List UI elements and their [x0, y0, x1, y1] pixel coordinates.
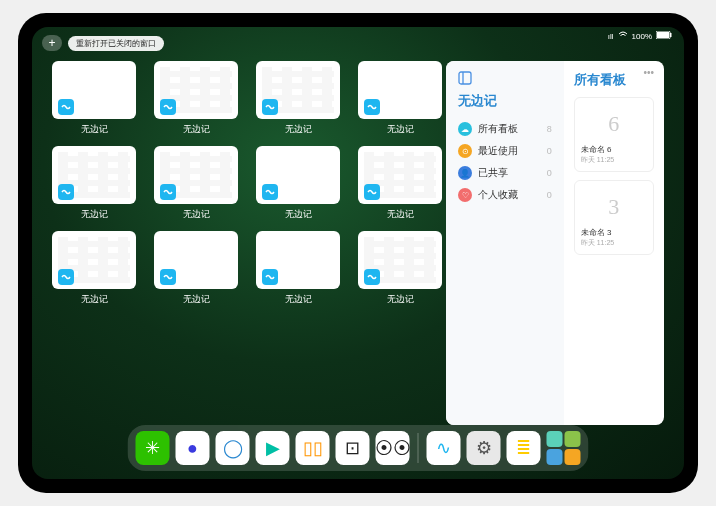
dock-app-library[interactable]	[547, 431, 581, 465]
freeform-panel-icon	[458, 71, 472, 88]
sidebar-item-label: 已共享	[478, 166, 508, 180]
freeform-app-icon	[262, 269, 278, 285]
window-thumb[interactable]: 无边记	[256, 231, 340, 306]
content-area: 无边记无边记无边记无边记无边记无边记无边记无边记无边记无边记无边记无边记 •••…	[52, 61, 664, 425]
sidebar-item-count: 0	[547, 146, 552, 156]
window-thumb[interactable]: 无边记	[52, 61, 136, 136]
window-label: 无边记	[154, 123, 238, 136]
window-thumb[interactable]: 无边记	[154, 146, 238, 221]
svg-rect-3	[459, 72, 471, 84]
window-label: 无边记	[52, 293, 136, 306]
window-thumb[interactable]: 无边记	[154, 61, 238, 136]
window-preview[interactable]	[154, 146, 238, 204]
screen: ıll 100% + 重新打开已关闭的窗口 无边记无边记无边记无边记无边记无边记…	[32, 27, 684, 479]
freeform-app-icon	[160, 184, 176, 200]
sidebar-item[interactable]: ♡个人收藏0	[458, 184, 552, 206]
sidebar-item-label: 最近使用	[478, 144, 518, 158]
window-thumb[interactable]: 无边记	[256, 146, 340, 221]
window-label: 无边记	[52, 123, 136, 136]
window-preview[interactable]	[358, 61, 442, 119]
panel-title-right: 所有看板	[574, 71, 654, 89]
freeform-app-icon	[58, 99, 74, 115]
wifi-icon	[618, 31, 628, 41]
window-preview[interactable]	[358, 146, 442, 204]
window-thumb[interactable]: 无边记	[52, 231, 136, 306]
board-date: 昨天 11:25	[581, 155, 647, 165]
window-thumb[interactable]: 无边记	[154, 231, 238, 306]
dock-app-quark[interactable]: ●	[176, 431, 210, 465]
dock-app-freeform[interactable]: ∿	[427, 431, 461, 465]
window-preview[interactable]	[52, 61, 136, 119]
freeform-app-icon	[364, 99, 380, 115]
window-label: 无边记	[52, 208, 136, 221]
panel-title-left: 无边记	[458, 92, 552, 110]
freeform-app-icon	[262, 184, 278, 200]
window-preview[interactable]	[52, 146, 136, 204]
battery-text: 100%	[632, 32, 652, 41]
dock-app-notes[interactable]: ≣	[507, 431, 541, 465]
window-label: 无边记	[358, 208, 442, 221]
app-panel[interactable]: ••• 无边记 ☁︎所有看板8⊙最近使用0👤已共享0♡个人收藏0 所有看板 6未…	[446, 61, 664, 425]
window-label: 无边记	[358, 293, 442, 306]
freeform-app-icon	[364, 269, 380, 285]
panel-right: 所有看板 6未命名 6昨天 11:253未命名 3昨天 11:25	[564, 61, 664, 425]
window-thumb[interactable]: 无边记	[358, 146, 442, 221]
dock-app-nodes[interactable]: ⦿⦿	[376, 431, 410, 465]
sidebar-item-icon: ♡	[458, 188, 472, 202]
board-name: 未命名 6	[581, 144, 647, 155]
sidebar-item-count: 0	[547, 168, 552, 178]
battery-icon	[656, 31, 672, 41]
sidebar-item[interactable]: ☁︎所有看板8	[458, 118, 552, 140]
board-preview: 6	[581, 104, 647, 144]
dock-app-youku[interactable]: ▶	[256, 431, 290, 465]
ipad-frame: ıll 100% + 重新打开已关闭的窗口 无边记无边记无边记无边记无边记无边记…	[18, 13, 698, 493]
svg-rect-1	[657, 32, 669, 38]
window-preview[interactable]	[154, 231, 238, 289]
sidebar-item-icon: ☁︎	[458, 122, 472, 136]
window-preview[interactable]	[358, 231, 442, 289]
window-thumb[interactable]: 无边记	[358, 61, 442, 136]
dock-app-books[interactable]: ▯▯	[296, 431, 330, 465]
window-label: 无边记	[256, 123, 340, 136]
window-preview[interactable]	[256, 146, 340, 204]
board-preview: 3	[581, 187, 647, 227]
dock: ✳︎●◯▶▯▯⊡⦿⦿∿⚙≣	[128, 425, 589, 471]
board-name: 未命名 3	[581, 227, 647, 238]
freeform-app-icon	[160, 269, 176, 285]
dock-app-dice[interactable]: ⊡	[336, 431, 370, 465]
sidebar-item-count: 0	[547, 190, 552, 200]
boards-list: 6未命名 6昨天 11:253未命名 3昨天 11:25	[574, 97, 654, 255]
window-label: 无边记	[256, 208, 340, 221]
window-preview[interactable]	[256, 61, 340, 119]
window-label: 无边记	[256, 293, 340, 306]
board-date: 昨天 11:25	[581, 238, 647, 248]
sidebar-item-icon: 👤	[458, 166, 472, 180]
window-thumb[interactable]: 无边记	[358, 231, 442, 306]
sidebar-item[interactable]: 👤已共享0	[458, 162, 552, 184]
window-preview[interactable]	[52, 231, 136, 289]
signal-icon: ıll	[608, 32, 614, 41]
sidebar-item-icon: ⊙	[458, 144, 472, 158]
window-label: 无边记	[154, 208, 238, 221]
status-bar: ıll 100%	[608, 31, 672, 41]
new-window-button[interactable]: +	[42, 35, 62, 51]
reopen-closed-button[interactable]: 重新打开已关闭的窗口	[68, 36, 164, 51]
dock-app-browser[interactable]: ◯	[216, 431, 250, 465]
dock-app-settings[interactable]: ⚙	[467, 431, 501, 465]
dock-app-wechat[interactable]: ✳︎	[136, 431, 170, 465]
freeform-app-icon	[262, 99, 278, 115]
window-preview[interactable]	[256, 231, 340, 289]
freeform-app-icon	[58, 269, 74, 285]
board-card[interactable]: 3未命名 3昨天 11:25	[574, 180, 654, 255]
top-buttons: + 重新打开已关闭的窗口	[42, 35, 164, 51]
window-thumb[interactable]: 无边记	[52, 146, 136, 221]
window-label: 无边记	[154, 293, 238, 306]
window-thumb[interactable]: 无边记	[256, 61, 340, 136]
window-preview[interactable]	[154, 61, 238, 119]
sidebar-item-label: 个人收藏	[478, 188, 518, 202]
board-card[interactable]: 6未命名 6昨天 11:25	[574, 97, 654, 172]
sidebar-item[interactable]: ⊙最近使用0	[458, 140, 552, 162]
more-icon[interactable]: •••	[643, 67, 654, 78]
dock-separator	[418, 433, 419, 463]
sidebar-list: ☁︎所有看板8⊙最近使用0👤已共享0♡个人收藏0	[458, 118, 552, 206]
